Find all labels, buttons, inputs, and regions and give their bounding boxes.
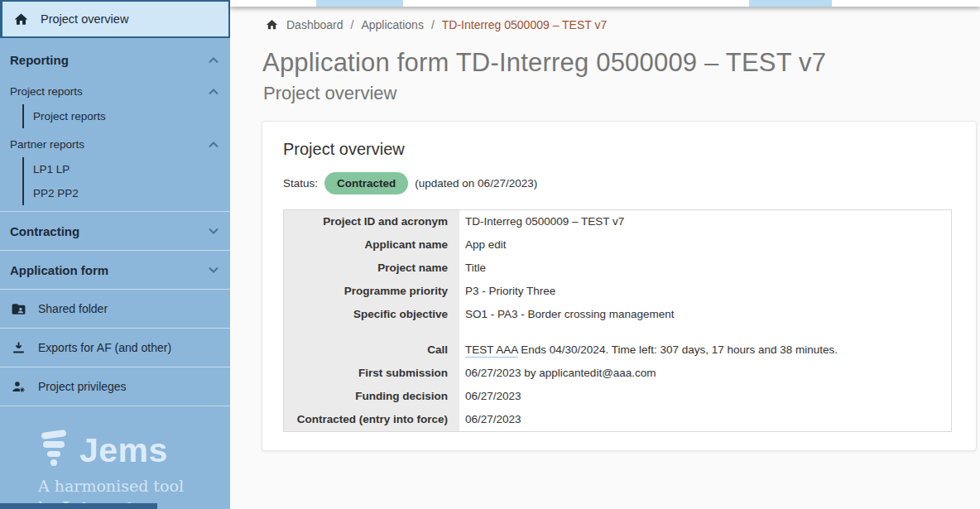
sidebar-section-reporting[interactable]: Reporting: [0, 38, 230, 75]
table-row: Funding decision 06/27/2023: [284, 385, 951, 408]
tagline-line1: A harmonised tool: [38, 477, 184, 495]
chevron-up-icon: [209, 142, 219, 148]
sidebar-item-project-overview[interactable]: Project overview: [0, 0, 230, 38]
table-row: First submission 06/27/2023 by applicant…: [284, 362, 951, 385]
section-label: Reporting: [10, 53, 69, 67]
sidebar-item-label: Shared folder: [38, 302, 108, 315]
call-link[interactable]: TEST AAA: [465, 343, 518, 358]
sidebar-item-label: Project overview: [41, 12, 128, 26]
sidebar-group-project-reports[interactable]: Project reports: [0, 75, 230, 104]
sidebar-item-lp1[interactable]: LP1 LP: [24, 157, 230, 181]
group-label: Project reports: [10, 85, 83, 98]
top-toolbar-cutoff: [230, 0, 980, 7]
partner-reports-sublist: LP1 LP PP2 PP2: [22, 157, 230, 205]
breadcrumb-separator: /: [431, 18, 435, 31]
row-label: First submission: [284, 362, 459, 385]
row-value: TEST AAA Ends 04/30/2024. Time left: 307…: [459, 339, 951, 362]
row-label: Call: [284, 339, 459, 362]
table-row: Specific objective SO1 - PA3 - Border cr…: [284, 303, 951, 326]
table-row: Contracted (entry into force) 06/27/2023: [284, 408, 951, 431]
project-overview-card: Project overview Status: Contracted (upd…: [262, 121, 977, 451]
jems-logo-icon: [38, 430, 73, 468]
row-label: Contracted (entry into force): [284, 408, 459, 431]
row-value: P3 - Priority Three: [459, 280, 951, 303]
breadcrumb-current-project[interactable]: TD-Interreg 0500009 – TEST v7: [442, 18, 607, 31]
row-label: [284, 326, 459, 339]
download-icon: [11, 340, 26, 356]
sidebar-item-project-privileges[interactable]: Project privileges: [0, 367, 230, 406]
row-value: Title: [459, 257, 951, 280]
row-label: Programme priority: [284, 280, 459, 303]
sidebar-item-label: Exports for AF (and other): [38, 341, 171, 354]
row-value: 06/27/2023 by applicantedit@aaa.com: [459, 362, 951, 385]
shared-folder-icon: [11, 301, 26, 317]
project-reports-sublist: Project reports: [22, 104, 230, 128]
status-row: Status: Contracted (updated on 06/27/202…: [283, 172, 952, 194]
sidebar-item-shared-folder[interactable]: Shared folder: [0, 289, 230, 328]
project-overview-table: Project ID and acronym TD-Interreg 05000…: [283, 209, 952, 432]
page-subtitle: Project overview: [263, 83, 980, 104]
app-window: Project overview Reporting Project repor…: [0, 0, 980, 509]
table-row: Project ID and acronym TD-Interreg 05000…: [284, 210, 951, 233]
breadcrumb-applications[interactable]: Applications: [361, 18, 424, 31]
table-row: Project name Title: [284, 257, 951, 280]
row-label: Specific objective: [284, 303, 459, 326]
row-value: 06/27/2023: [459, 385, 951, 408]
chevron-down-icon: [209, 228, 219, 234]
home-icon[interactable]: [265, 18, 279, 31]
toolbar-fragment[interactable]: [749, 0, 832, 7]
status-updated-note: (updated on 06/27/2023): [415, 177, 537, 190]
toolbar-fragment[interactable]: [316, 0, 403, 7]
row-value: App edit: [459, 233, 951, 257]
breadcrumb-separator: /: [351, 18, 354, 31]
sidebar-item-pp2[interactable]: PP2 PP2: [24, 181, 230, 205]
row-label: Project name: [284, 257, 459, 280]
chevron-up-icon: [209, 89, 219, 95]
status-badge: Contracted: [324, 172, 408, 194]
table-row: Programme priority P3 - Priority Three: [284, 280, 951, 303]
chevron-up-icon: [209, 57, 219, 64]
status-label: Status:: [283, 177, 318, 190]
row-value: [459, 326, 951, 339]
table-row: Applicant name App edit: [284, 233, 951, 257]
page-title: Application form TD-Interreg 0500009 – T…: [262, 48, 980, 78]
sidebar-section-contracting[interactable]: Contracting: [0, 211, 230, 250]
row-label: Applicant name: [284, 233, 459, 257]
section-label: Contracting: [10, 224, 79, 238]
table-spacer-row: [284, 326, 951, 339]
sidebar-divider: [0, 406, 230, 406]
row-label: Funding decision: [284, 385, 459, 408]
sidebar-item-exports[interactable]: Exports for AF (and other): [0, 328, 230, 367]
card-title: Project overview: [283, 140, 952, 159]
sidebar-footer-bar: [0, 503, 157, 509]
user-gear-icon: [11, 379, 26, 395]
sidebar-section-application-form[interactable]: Application form: [0, 250, 230, 289]
row-value: SO1 - PA3 - Border crossing management: [459, 303, 951, 326]
sidebar-item-project-reports[interactable]: Project reports: [24, 104, 230, 128]
row-label: Project ID and acronym: [284, 210, 459, 233]
jems-logo-block: Jems A harmonised tool by Interact: [0, 430, 230, 509]
row-value: TD-Interreg 0500009 – TEST v7: [459, 210, 951, 233]
sidebar: Project overview Reporting Project repor…: [0, 0, 230, 509]
table-row-call: Call TEST AAA Ends 04/30/2024. Time left…: [284, 339, 951, 362]
chevron-down-icon: [209, 267, 219, 273]
breadcrumb-dashboard[interactable]: Dashboard: [286, 18, 343, 31]
group-label: Partner reports: [10, 138, 84, 151]
section-label: Application form: [10, 263, 108, 277]
call-deadline-text: Ends 04/30/2024. Time left: 307 days, 17…: [518, 343, 838, 356]
main-content: Dashboard / Applications / TD-Interreg 0…: [230, 0, 980, 509]
sidebar-group-partner-reports[interactable]: Partner reports: [0, 128, 230, 157]
jems-logo-text: Jems: [79, 434, 168, 468]
home-icon: [13, 12, 29, 27]
row-value: 06/27/2023: [459, 408, 951, 431]
sidebar-item-label: Project privileges: [38, 380, 127, 393]
